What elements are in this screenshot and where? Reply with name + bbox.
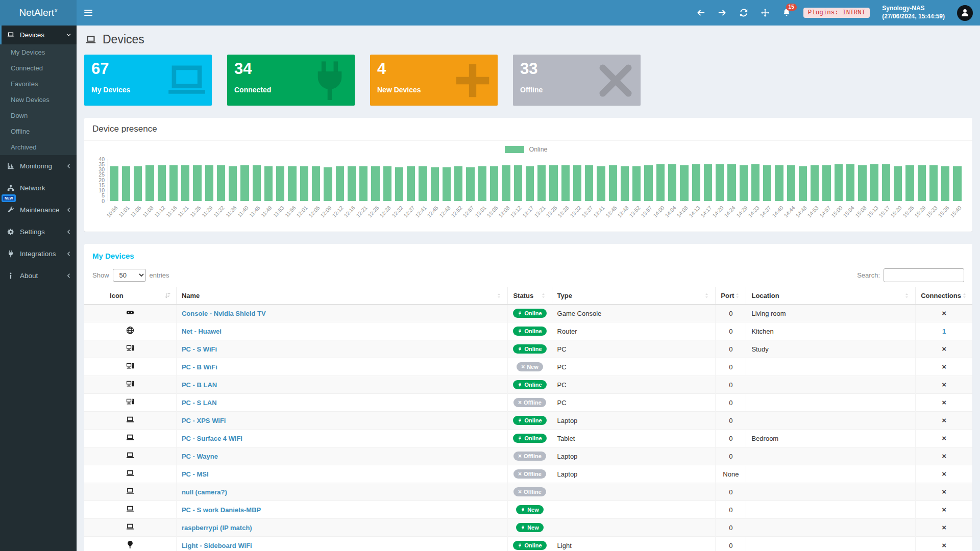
chart-bar (548, 159, 559, 201)
sort-icon (703, 292, 710, 299)
device-row: PC - XPS WiFiOnlineLaptop0× (84, 412, 972, 430)
status-badge: ×Offline (513, 487, 546, 496)
sidebar-item-devices[interactable]: Devices (0, 26, 77, 44)
search-input[interactable] (884, 268, 964, 282)
status-badge: Online (513, 416, 546, 425)
chart-bar (619, 159, 630, 201)
sidebar-item-monitoring[interactable]: Monitoring (0, 155, 77, 177)
device-name-link[interactable]: PC - MSI (182, 470, 209, 478)
refresh-icon[interactable] (739, 8, 748, 17)
device-connections-cell: × (916, 447, 972, 465)
device-connections-cell: × (916, 501, 972, 519)
column-header-name[interactable]: Name (176, 287, 507, 305)
chart-bar (464, 159, 476, 201)
sidebar-subitem-archived[interactable]: Archived (0, 139, 77, 155)
device-name-link[interactable]: PC - Wayne (182, 453, 218, 460)
sidebar-new-badge: NEW (2, 194, 16, 202)
infobox-new-devices[interactable]: 4New Devices (370, 55, 498, 106)
column-label: Connections (921, 292, 961, 299)
back-arrow-icon[interactable] (696, 8, 705, 17)
connections-count-link[interactable]: 1 (942, 328, 946, 335)
legend-swatch (505, 146, 524, 153)
column-header-connections[interactable]: Connections (916, 287, 972, 305)
device-icon-cell (84, 501, 176, 519)
status-badge: New (516, 505, 544, 514)
status-label: Offline (524, 471, 542, 477)
status-label: New (527, 507, 539, 513)
infobox-my-devices[interactable]: 67My Devices (84, 55, 212, 106)
device-name-cell: null (camera?) (176, 483, 507, 501)
sidebar-subitem-favorites[interactable]: Favorites (0, 76, 77, 92)
device-name-link[interactable]: PC - B LAN (182, 381, 217, 389)
device-location-cell (746, 376, 916, 394)
sidebar-item-about[interactable]: About (0, 265, 77, 287)
sidebar-item-maintenance[interactable]: NEWMaintenance (0, 199, 77, 221)
forward-arrow-icon[interactable] (718, 8, 727, 17)
chart-bar (654, 159, 666, 201)
device-name-link[interactable]: PC - B WiFi (182, 363, 217, 371)
device-name-link[interactable]: PC - S work Daniels-MBP (182, 506, 261, 514)
chart-bar (951, 159, 963, 201)
sidebar-item-label: Network (20, 184, 45, 192)
device-name-cell: PC - S WiFi (176, 340, 507, 358)
x-icon: × (942, 505, 946, 514)
infobox-connected[interactable]: 34Connected (227, 55, 355, 106)
plug-icon (7, 250, 15, 258)
sidebar-item-settings[interactable]: Settings (0, 221, 77, 243)
x-axis-labels: 10:5611:0111:0511:0811:1211:1611:2111:25… (108, 201, 963, 228)
host-info: Synology-NAS (27/06/2024, 15:44:59) (882, 5, 945, 20)
notifications-bell[interactable]: 15 (782, 8, 791, 17)
chart-bar (749, 159, 761, 201)
column-header-type[interactable]: Type (552, 287, 716, 305)
sidebar-item-label: Integrations (20, 250, 56, 258)
x-icon: × (942, 541, 946, 549)
infobox-offline[interactable]: 33Offline (513, 55, 641, 106)
device-name-link[interactable]: Net - Huawei (182, 328, 222, 335)
device-row: PC - Surface 4 WiFiOnlineTablet0Bedroom× (84, 430, 972, 447)
device-name-link[interactable]: PC - XPS WiFi (182, 417, 226, 424)
x-icon: × (942, 362, 946, 371)
chart-bar (310, 159, 322, 201)
sidebar-subitem-down[interactable]: Down (0, 108, 77, 123)
device-name-link[interactable]: raspberrypi (IP match) (182, 524, 252, 532)
device-name-link[interactable]: Console - Nvidia Shield TV (182, 310, 266, 317)
device-port-cell: 0 (716, 305, 746, 322)
device-port-cell: 0 (716, 519, 746, 537)
user-avatar[interactable] (957, 5, 973, 21)
sidebar-item-integrations[interactable]: Integrations (0, 243, 77, 265)
chart-bar (239, 159, 251, 201)
device-name-link[interactable]: PC - S WiFi (182, 345, 217, 353)
column-header-port[interactable]: Port (716, 287, 746, 305)
gear-icon (7, 228, 15, 236)
device-connections-cell: × (916, 519, 972, 537)
device-name-link[interactable]: null (camera?) (182, 488, 227, 496)
column-header-location[interactable]: Location (746, 287, 916, 305)
device-name-link[interactable]: PC - S LAN (182, 399, 217, 407)
device-name-link[interactable]: PC - Surface 4 WiFi (182, 435, 242, 442)
device-status-cell: Online (508, 430, 552, 447)
sidebar-toggle-button[interactable] (77, 0, 100, 26)
chart-bar (322, 159, 334, 201)
column-label: Port (721, 292, 734, 299)
sidebar-subitem-my-devices[interactable]: My Devices (0, 44, 77, 60)
move-icon[interactable] (761, 8, 770, 17)
device-row: Console - Nvidia Shield TVOnlineGame Con… (84, 305, 972, 322)
column-header-icon[interactable]: Icon (84, 287, 176, 305)
entries-select[interactable]: 50 (113, 269, 146, 282)
sidebar-subitem-new-devices[interactable]: New Devices (0, 92, 77, 108)
plugins-status-badge[interactable]: Plugins: INTRNT (803, 8, 870, 18)
device-name-cell: PC - B LAN (176, 376, 507, 394)
sidebar-subitem-offline[interactable]: Offline (0, 123, 77, 139)
app-logo[interactable]: NetAlertx (0, 0, 77, 26)
main-content: Devices 67My Devices34Connected4New Devi… (77, 26, 980, 551)
chevron-left-icon (66, 163, 71, 169)
chart-title: Device presence (84, 118, 972, 141)
device-status-cell: Online (508, 322, 552, 340)
chart-bar (275, 159, 286, 201)
search-label: Search: (857, 271, 880, 279)
device-name-link[interactable]: Light - Sideboard WiFi (182, 542, 252, 549)
sidebar-subitem-connected[interactable]: Connected (0, 60, 77, 76)
tab-my-devices[interactable]: My Devices (84, 244, 972, 262)
column-header-status[interactable]: Status (508, 287, 552, 305)
top-navbar: NetAlertx 15 Plugins: INTRNT Synology-NA… (0, 0, 980, 26)
